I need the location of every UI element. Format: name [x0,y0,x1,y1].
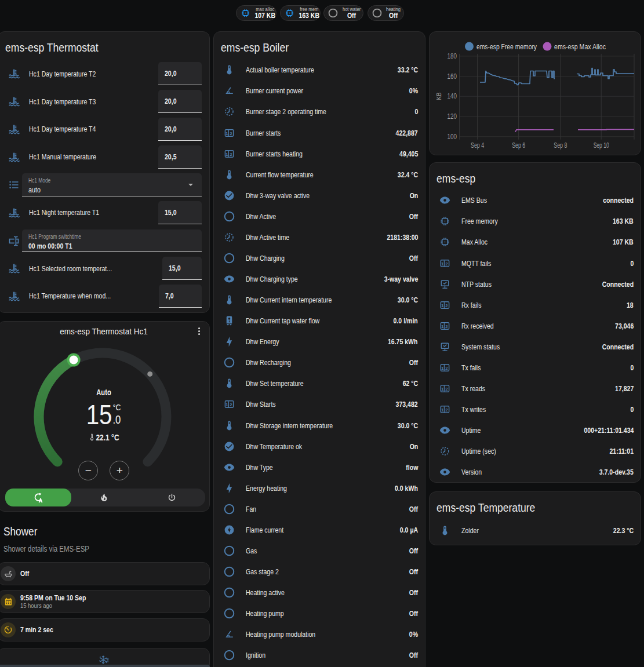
svg-text:140: 140 [447,92,457,100]
svg-text:Sep 6: Sep 6 [512,141,525,150]
svg-text:Sep 8: Sep 8 [554,141,567,150]
svg-text:Sep 10: Sep 10 [594,141,609,150]
svg-text:KB: KB [435,92,442,100]
svg-text:100: 100 [447,133,457,141]
svg-text:180: 180 [447,52,457,60]
svg-text:Sep 4: Sep 4 [471,141,484,150]
svg-text:ems-esp Free memory: ems-esp Free memory [476,42,537,51]
svg-text:120: 120 [447,112,457,121]
svg-text:ems-esp Max Alloc: ems-esp Max Alloc [554,42,606,51]
svg-text:160: 160 [447,72,457,81]
